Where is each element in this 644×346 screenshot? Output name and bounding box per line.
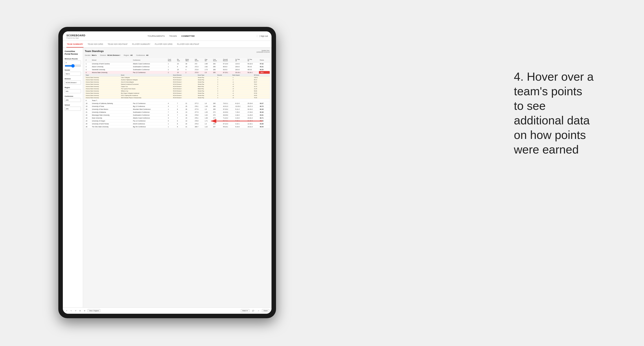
sub-nav-player-h2h-grid[interactable]: PLAYER H2H GRID [154,41,173,47]
division-select[interactable]: NCAA Division I [64,80,81,84]
points-cell[interactable]: 83.81 [259,114,270,117]
gender-select[interactable]: Men's [64,72,81,76]
table-row[interactable]: 1University of North CarolinaAtlantic Co… [85,62,270,65]
refresh-button[interactable]: ↺ [74,310,77,312]
settings-button[interactable]: ⚙ [83,310,86,312]
sub-nav-team-summary[interactable]: TEAM SUMMARY [66,41,84,47]
annotation-text: 4. Hover over a team's points to see add… [514,69,626,157]
table-row[interactable]: 20University of New MexicoMountain West … [85,108,270,111]
tooltip-data-row: Arizona State UniversityThe Cypress Poin… [85,88,270,90]
tooltip-data-cell: NCAA Division I [172,76,197,79]
table-row[interactable]: 24University of OregonPac-12 Conference5… [85,119,270,122]
data-cell: 1.22 [204,125,212,128]
tooltip-data-cell: 3 [216,90,232,92]
points-cell[interactable]: 83.07 [259,102,270,105]
school-select[interactable]: (All) [64,107,81,111]
conference-select[interactable]: (All) [64,98,81,102]
data-cell: 7 [176,114,185,117]
data-cell: 9-14-0 [234,125,247,128]
sign-out[interactable]: | Sign out [257,35,268,37]
table-row[interactable]: 21University of AlabamaSoutheastern Conf… [85,111,270,114]
sub-nav-team-h2h-heatmap[interactable]: TEAM H2H HEATMAP [107,41,128,47]
nav-committee[interactable]: COMMITTEE [181,35,195,37]
table-row[interactable]: 2Auburn UniversitySoutheastern Conferenc… [85,65,270,68]
rank-cell: 24 [85,119,91,122]
data-cell: 33-19-1 [234,71,247,74]
points-cell[interactable]: 80.54 [259,119,270,122]
comment-button[interactable]: 💬 [251,310,255,312]
nav-tournaments[interactable]: TOURNAMENTS [148,35,165,37]
tooltip-row: TeamEventEvent DivisionEvent TypeRoundsR… [85,74,270,99]
data-cell: 30 [185,62,194,65]
table-row[interactable]: 5Texas T... [85,99,270,102]
table-row[interactable]: 26The Ohio State UniversityBig Ten Confe… [85,125,270,128]
rank-cell: 3 [85,68,91,71]
region-label: Region [64,87,81,88]
data-cell: 1.71 [204,119,212,122]
watch-button[interactable]: Watch ▾ [241,309,250,313]
minimum-rounds-slider[interactable] [64,65,81,67]
points-cell[interactable]: 80.49 [259,108,270,111]
data-cell: 7 [167,111,176,114]
points-cell[interactable]: 80.94 [259,125,270,128]
table-row[interactable]: 25University of North FloridaASUN Confer… [85,122,270,125]
tooltip-data-cell: National Invitational Tournament [120,83,172,85]
data-cell: 24 [185,122,194,125]
table-row[interactable]: 3Vanderbilt UniversitySoutheastern Confe… [85,68,270,71]
tooltip-content: TeamEventEvent DivisionEvent TypeRoundsR… [85,74,270,99]
share-button[interactable]: Share [262,309,269,312]
minimum-rounds-label: Minimum Rounds [64,58,81,60]
sidebar-region: Region N/A [64,87,81,93]
table-row[interactable]: 23Duke UniversityAtlantic Coast Conferen… [85,117,270,119]
redo-button[interactable]: ↪ [70,310,73,312]
tooltip-data-cell: 42.73 [253,85,270,88]
filter-gender: Gender: Men's [85,54,96,56]
points-cell[interactable]: 83.89 [259,122,270,125]
annotation-line4: additional data [514,114,590,127]
view-original-button[interactable]: View: Original [88,309,100,312]
points-cell[interactable] [259,99,270,102]
tooltip-data-cell: 3 [216,79,232,81]
data-cell: 46-29-0 [222,114,234,117]
filter-region-value: All [130,54,132,56]
points-cell[interactable]: 90.20 [259,68,270,71]
tooltip-data-cell: +0 [232,88,253,90]
copy-button[interactable]: ⊞ [78,310,82,312]
sub-nav-team-h2h-grid[interactable]: TEAM H2H GRID [87,41,104,47]
data-cell: 67-10-0 [222,62,234,65]
data-cell [246,99,259,102]
points-cell[interactable]: 93.31 [259,65,270,68]
points-cell[interactable]: 79.5 [259,71,270,74]
data-cell: 270 [212,114,222,117]
table-row[interactable]: 19University of TexasBig 12 Conference37… [85,105,270,108]
sub-nav-player-h2h-heatmap[interactable]: PLAYER H2H HEATMAP [176,41,200,47]
points-cell[interactable]: 97.02 [259,62,270,65]
expand-button[interactable]: ⤢ [257,310,260,312]
data-cell: ASUN Conference [132,122,167,125]
col-vs50: Vs Top50 [246,58,259,62]
bottom-toolbar: ↩ ↪ ↺ ⊞ ⚙ View: Original Watch ▾ 💬 ⤢ [63,308,272,314]
data-cell: 278.9 [194,119,204,122]
data-cell: 6-12-0 [234,102,247,105]
data-cell: 71-22-2 [222,117,234,119]
tooltip-data-cell: NCAA Division I [172,92,197,94]
points-cell[interactable]: 80.48 [259,111,270,114]
data-cell [167,99,176,102]
nav-teams[interactable]: TEAMS [169,35,177,37]
table-row[interactable]: 4Arizona State UniversityPac-12 Conferen… [85,71,270,74]
portal-title: CommitteePortal Review [64,50,81,55]
tooltip-data-row: Arizona State University2023 Sahalee Pla… [85,97,270,99]
region-select[interactable]: N/A [64,89,81,93]
table-row[interactable]: 22Mississippi State UniversitySoutheaste… [85,114,270,117]
sub-nav-player-summary[interactable]: PLAYER SUMMARY [132,41,151,47]
data-cell: 32-19-2 [246,108,259,111]
points-cell[interactable]: 80.70 [259,105,270,108]
table-row[interactable]: 18University of California, BerkeleyPac-… [85,102,270,105]
data-cell: 17-19-0 [246,111,259,114]
data-cell: 4 [185,68,194,71]
undo-button[interactable]: ↩ [65,310,68,312]
col-points: Points [259,58,270,62]
data-cell: 2.73 [204,68,212,71]
points-cell[interactable]: 80.71 [259,117,270,119]
tooltip-data-cell: NCAA Division I [172,94,197,97]
